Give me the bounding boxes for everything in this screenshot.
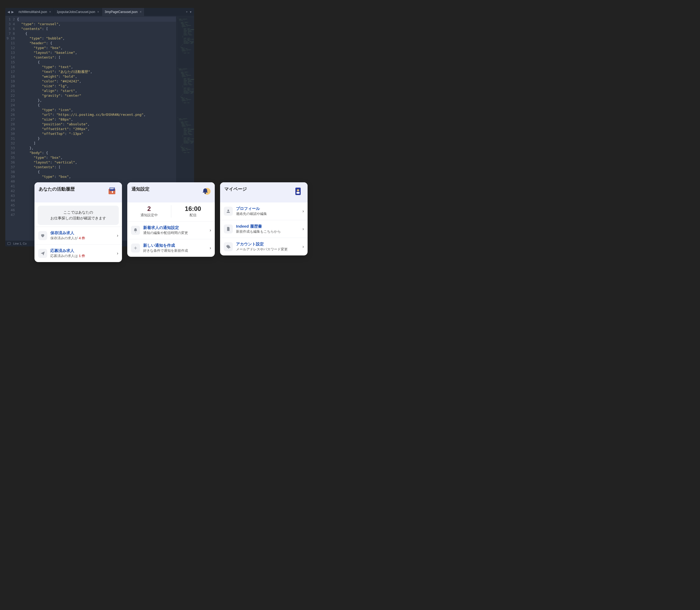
row-title: 応募済み求人 [50, 248, 114, 253]
card-header: 通知設定 [127, 182, 215, 203]
row-sub: 通知の編集や配信時間の変更 [143, 231, 206, 235]
tab-mypagecarousel[interactable]: 3myPageCarousel.json × [102, 8, 144, 16]
row-title: プロフィール [236, 206, 299, 211]
row-title: 新着求人の通知設定 [143, 225, 206, 230]
row-sub: 連絡先の確認や編集 [236, 212, 299, 216]
svg-point-7 [297, 189, 299, 191]
stat-time: 16:00 配信 [171, 205, 215, 218]
row-new-notify[interactable]: 新しい通知を作成 好きな条件で通知を新規作成 › [127, 239, 215, 257]
tab-menu-icon[interactable]: ▾ [190, 10, 191, 14]
recent-icon [107, 186, 118, 197]
row-account[interactable]: アカウント設定 メールアドレスやパスワード変更 › [220, 238, 308, 255]
close-icon[interactable]: × [97, 10, 99, 14]
preview-cards: あなたの活動履歴 ここではあなたの お仕事探しの活動が確認できます 保存済み求人 [34, 182, 308, 262]
card-header: あなたの活動履歴 [34, 182, 122, 203]
id-card-icon [293, 186, 303, 197]
row-title: アカウント設定 [236, 242, 299, 247]
heart-icon [38, 231, 47, 240]
row-title: 保存済み求人 [50, 230, 114, 236]
row-sub: 好きな条件で通知を新規作成 [143, 248, 206, 253]
row-applied-jobs[interactable]: 応募済み求人 応募済みの求人は 1 件 › [34, 244, 122, 262]
tab-bar: ◀ ▶ richMenuMain4.json × 1popularJobsCar… [5, 8, 194, 16]
stat-value: 2 [127, 205, 171, 212]
line-gutter: 1 2 3 4 5 6 7 8 9 10 11 12 13 14 15 16 1… [5, 16, 17, 241]
stat-count: 2 通知設定中 [127, 205, 171, 218]
svg-rect-8 [296, 192, 300, 194]
stat-value: 16:00 [171, 205, 215, 212]
card-activity: あなたの活動履歴 ここではあなたの お仕事探しの活動が確認できます 保存済み求人 [34, 182, 122, 262]
card-title: あなたの活動履歴 [39, 186, 75, 192]
row-sub: 応募済みの求人は 1 件 [50, 254, 114, 258]
nav-fwd-icon[interactable]: ▶ [11, 10, 14, 14]
chevron-right-icon: › [210, 228, 211, 232]
row-sub: メールアドレスやパスワード変更 [236, 247, 299, 252]
close-icon[interactable]: × [49, 10, 51, 14]
info-banner: ここではあなたの お仕事探しの活動が確認できます [38, 206, 119, 225]
row-resume[interactable]: Indeed 履歴書 新規作成も編集もこちらから › [220, 220, 308, 238]
row-sub: 新規作成も編集もこちらから [236, 229, 299, 234]
plus-icon [131, 243, 140, 253]
row-sub: 保存済みの求人が 4 件 [50, 236, 114, 241]
stat-label: 通知設定中 [127, 213, 171, 218]
card-mypage: マイページ プロフィール 連絡先の確認や編集 › [220, 182, 308, 255]
chevron-right-icon: › [210, 246, 211, 251]
tab-popularjobs[interactable]: 1popularJobsCarousel.json × [54, 8, 102, 16]
banner-line: ここではあなたの [40, 209, 116, 215]
nav-back-icon[interactable]: ◀ [7, 10, 10, 14]
close-icon[interactable]: × [140, 10, 142, 14]
bell-accent-icon [200, 186, 211, 197]
notify-stats: 2 通知設定中 16:00 配信 [127, 203, 215, 221]
card-title: マイページ [224, 186, 247, 192]
tab-label: richMenuMain4.json [18, 10, 47, 14]
person-icon [224, 207, 233, 216]
chevron-right-icon: › [302, 244, 304, 249]
stat-label: 配信 [171, 213, 215, 218]
tab-label: 1popularJobsCarousel.json [57, 10, 95, 14]
row-profile[interactable]: プロフィール 連絡先の確認や編集 › [220, 203, 308, 220]
svg-point-5 [204, 193, 206, 194]
chevron-right-icon: › [302, 209, 304, 213]
bell-icon [131, 226, 140, 235]
chevron-right-icon: › [117, 233, 118, 238]
tab-label: 3myPageCarousel.json [105, 10, 138, 14]
svg-rect-2 [110, 188, 114, 188]
banner-line: お仕事探しの活動が確認できます [40, 215, 116, 221]
send-icon [38, 249, 47, 258]
cursor-position: Line 1, Co [13, 242, 27, 245]
row-title: Indeed 履歴書 [236, 224, 299, 229]
chevron-right-icon: › [117, 251, 118, 256]
card-header: マイページ [220, 182, 308, 203]
tab-richmenu[interactable]: richMenuMain4.json × [16, 8, 54, 16]
row-title: 新しい通知を作成 [143, 243, 206, 248]
chevron-right-icon: › [302, 227, 304, 231]
gear-icon [224, 242, 233, 251]
card-notify: 通知設定 2 通知設定中 16:00 配信 [127, 182, 215, 257]
svg-rect-3 [110, 189, 113, 189]
row-saved-jobs[interactable]: 保存済み求人 保存済みの求人が 4 件 › [34, 227, 122, 244]
new-tab-icon[interactable]: + [186, 10, 188, 14]
row-notify-settings[interactable]: 新着求人の通知設定 通知の編集や配信時間の変更 › [127, 221, 215, 239]
card-title: 通知設定 [131, 186, 150, 192]
status-panel-icon[interactable] [7, 242, 11, 245]
minimap-content: { "type": "carousel", "contents": [ { "t… [178, 17, 192, 167]
doc-icon [224, 224, 233, 234]
